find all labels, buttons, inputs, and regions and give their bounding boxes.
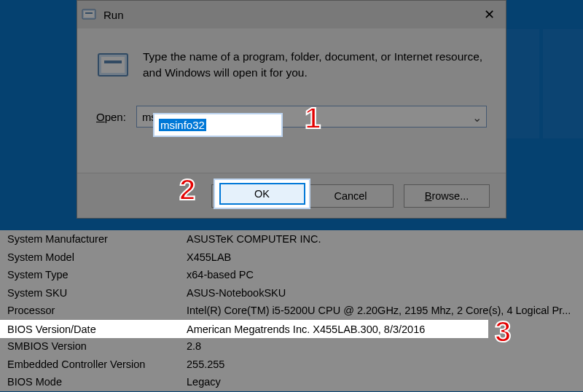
callout-2: 2 [179, 173, 195, 206]
ok-button-bright[interactable]: OK [219, 183, 305, 205]
highlight-bios-row: BIOS Version/Date American Megatrends In… [0, 320, 488, 338]
bios-row-val: American Megatrends Inc. X455LAB.300, 8/… [187, 324, 425, 335]
highlight-open-input: msinfo32 [153, 113, 283, 137]
bios-row-key: BIOS Version/Date [7, 324, 187, 335]
highlight-ok-button: OK [214, 179, 310, 209]
callout-1: 1 [305, 102, 321, 135]
open-input-selected-text: msinfo32 [159, 119, 206, 131]
callout-3: 3 [495, 315, 511, 348]
